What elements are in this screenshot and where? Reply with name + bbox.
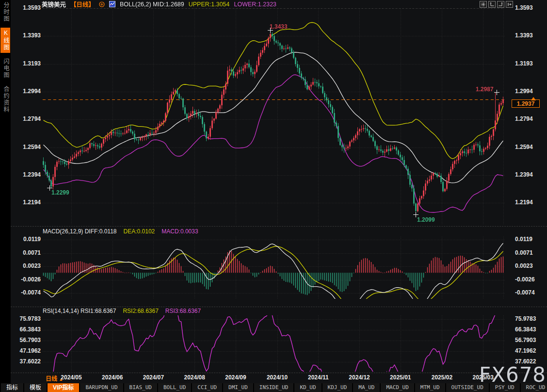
toolbar-item-15[interactable]: PSY_UD xyxy=(490,383,521,392)
macd-tick-left: 0.0023 xyxy=(14,262,41,269)
toolbar-item-7[interactable]: DMI_UD xyxy=(223,383,254,392)
january-low-cross-marker xyxy=(413,212,418,217)
rsi-tick-left: 75.9783 xyxy=(14,315,41,322)
sidebar-tab-3[interactable]: 合约资料 xyxy=(0,84,10,115)
price-tick-right: 1.3393 xyxy=(515,32,542,39)
price-tick-right: 1.2994 xyxy=(515,88,542,95)
month-label: 2024/09 xyxy=(225,374,246,381)
rsi1-label: RSI(14,14,14) RSI1:68.6367 xyxy=(43,308,116,314)
price-tick-left: 1.2394 xyxy=(14,171,41,178)
rsi3-label: RSI3:68.6367 xyxy=(165,308,201,314)
pane-separator xyxy=(11,226,547,227)
rsi-tick-right: 75.9783 xyxy=(515,315,542,322)
price-tick-left: 1.3393 xyxy=(14,32,41,39)
rsi-tick-right: 47.1962 xyxy=(515,347,542,354)
chart-toolbar-icons xyxy=(480,1,513,8)
current-price-tag: 1.2937 xyxy=(512,99,540,108)
toolbar-item-6[interactable]: CCI_UD xyxy=(192,383,223,392)
price-tick-left: 1.2194 xyxy=(14,199,41,206)
month-label: 2024/11 xyxy=(308,374,329,381)
month-label: 2024/12 xyxy=(349,374,370,381)
boll-upper-label: UPPER:1.3054 xyxy=(189,1,230,8)
sidebar-tab-2[interactable]: 闪电图 xyxy=(0,56,10,81)
toolbar-item-0[interactable]: 指标 xyxy=(1,383,24,392)
price-tick-right: 1.2194 xyxy=(515,199,542,206)
price-tick-left: 1.2994 xyxy=(14,88,41,95)
macd-tick-left: -0.0026 xyxy=(14,276,41,283)
crosshair-icon[interactable] xyxy=(480,1,487,8)
macd-tick-left: -0.0074 xyxy=(14,289,41,296)
toolbar-item-1[interactable]: 模板 xyxy=(24,383,48,392)
toolbar-item-5[interactable]: BOLL_UD xyxy=(158,383,192,392)
toolbar-item-12[interactable]: MACD_UD xyxy=(381,383,415,392)
toolbar-item-2[interactable]: VIP指标 xyxy=(48,383,80,392)
macd-tick-left: 0.0071 xyxy=(14,249,41,256)
price-tick-left: 1.2594 xyxy=(14,144,41,150)
chart-type-icon xyxy=(109,1,115,7)
trading-chart-window: 分时图K线图闪电图合约资料 英镑美元 【日线】 BOLL(26,2) MID:1… xyxy=(0,0,547,392)
toolbar-item-13[interactable]: MTM_UD xyxy=(415,383,446,392)
month-label: 2024/07 xyxy=(143,374,164,381)
bottom-indicator-toolbar: 指标模板VIP指标BARUPDN_UDBIAS_UDBOLL_UDCCI_UDD… xyxy=(0,383,547,392)
macd-tick-left: 0.0119 xyxy=(14,236,41,243)
price-tag-pennant-icon xyxy=(531,95,536,100)
rsi-tick-left: 56.7903 xyxy=(14,337,41,343)
period-label[interactable]: 【日线】 xyxy=(70,0,95,9)
month-label: 2024/10 xyxy=(267,374,288,381)
toolbar-item-16[interactable]: ROC_UD xyxy=(521,383,547,392)
month-label: 2024/06 xyxy=(102,374,123,381)
price-tick-right: 1.3593 xyxy=(515,4,542,11)
april-low-cross-marker xyxy=(47,185,52,191)
macd-tick-right: -0.0074 xyxy=(515,289,542,296)
rsi2-label: RSI2:68.6367 xyxy=(123,308,158,314)
toolbar-item-11[interactable]: MA_UD xyxy=(353,383,381,392)
left-tab-sidebar: 分时图K线图闪电图合约资料 xyxy=(0,0,11,392)
price-tick-right: 1.2794 xyxy=(515,115,542,122)
recent-high-cross-marker xyxy=(494,90,499,95)
price-tick-right: 1.2594 xyxy=(515,144,542,150)
main-candlestick-chart[interactable] xyxy=(43,8,504,224)
toolbar-item-10[interactable]: KDJ_UD xyxy=(322,383,354,392)
toolbar-item-14[interactable]: OUTSIDE_UD xyxy=(446,383,490,392)
macd-diff-label: MACD(26,12,9) DIFF:0.0118 xyxy=(43,228,117,235)
boll-lower-label: LOWER:1.2323 xyxy=(234,1,277,8)
toolbar-item-9[interactable]: KD_UD xyxy=(294,383,322,392)
rsi-tick-right: 56.7903 xyxy=(515,337,542,343)
boll-mid-label: BOLL(26,2) MID:1.2689 xyxy=(120,1,184,8)
rsi-label-row: RSI(14,14,14) RSI1:68.6367 RSI2:68.6367 … xyxy=(43,308,201,314)
pane-separator xyxy=(11,373,547,373)
toolbar-item-8[interactable]: INSIDE_UD xyxy=(254,383,295,392)
sidebar-tab-1[interactable]: K线图 xyxy=(0,28,10,53)
macd-pane-chart[interactable] xyxy=(43,237,504,299)
april-low-annotation: 1.2299 xyxy=(51,189,69,196)
month-label: 2024/08 xyxy=(184,374,205,381)
macd-dea-label: DEA:0.0102 xyxy=(124,228,155,235)
axis-zoom-right-icon[interactable] xyxy=(497,1,504,8)
price-tick-left: 1.3593 xyxy=(14,4,41,11)
rsi-tick-left: 66.3843 xyxy=(14,326,41,333)
price-tick-left: 1.3193 xyxy=(14,60,41,67)
high-cross-marker xyxy=(268,28,273,33)
price-tick-left: 1.2794 xyxy=(14,115,41,122)
macd-tick-right: -0.0026 xyxy=(515,276,542,283)
add-indicator-icon[interactable] xyxy=(99,1,105,7)
chart-header: 英镑美元 【日线】 BOLL(26,2) MID:1.2689 UPPER:1.… xyxy=(42,0,276,8)
rsi-tick-left: 47.1962 xyxy=(14,347,41,354)
symbol-name: 英镑美元 xyxy=(42,0,66,9)
toolbar-item-3[interactable]: BARUPDN_UD xyxy=(80,383,124,392)
toolbar-item-4[interactable]: BIAS_UD xyxy=(124,383,158,392)
rsi-pane-chart[interactable] xyxy=(43,315,504,372)
rsi-tick-left: 37.6022 xyxy=(14,358,41,365)
month-label: 2025/01 xyxy=(390,374,411,381)
macd-tick-right: 0.0023 xyxy=(515,262,542,269)
pan-right-icon[interactable] xyxy=(506,1,513,8)
macd-tick-right: 0.0071 xyxy=(515,249,542,256)
price-tick-right: 1.3193 xyxy=(515,60,542,67)
price-tick-right: 1.2394 xyxy=(515,171,542,178)
macd-label-row: MACD(26,12,9) DIFF:0.0118 DEA:0.0102 MAC… xyxy=(43,228,198,235)
axis-zoom-left-icon[interactable] xyxy=(488,1,496,8)
pane-separator xyxy=(11,307,547,307)
sidebar-tab-0[interactable]: 分时图 xyxy=(0,0,10,24)
month-label: 2024/05 xyxy=(61,374,81,381)
recent-high-annotation: 1.2987 xyxy=(476,86,494,93)
